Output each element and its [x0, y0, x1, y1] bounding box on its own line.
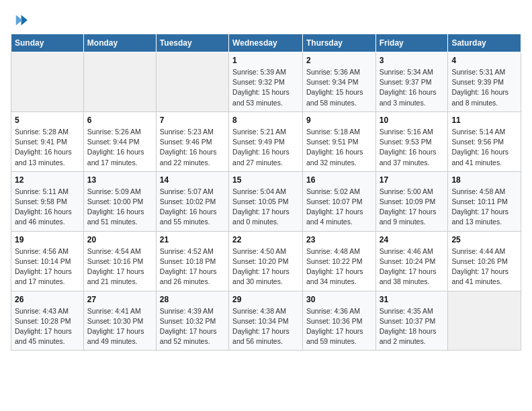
day-number: 17	[380, 175, 445, 185]
day-number: 15	[232, 175, 299, 185]
calendar-cell	[156, 52, 228, 112]
calendar-cell: 23Sunrise: 4:48 AM Sunset: 10:22 PM Dayl…	[302, 231, 375, 291]
day-info: Sunrise: 5:28 AM Sunset: 9:41 PM Dayligh…	[15, 127, 80, 168]
day-number: 11	[451, 116, 517, 125]
calendar-cell: 20Sunrise: 4:54 AM Sunset: 10:16 PM Dayl…	[83, 231, 156, 291]
calendar-cell: 26Sunrise: 4:43 AM Sunset: 10:28 PM Dayl…	[11, 291, 84, 351]
day-info: Sunrise: 5:31 AM Sunset: 9:39 PM Dayligh…	[451, 67, 517, 108]
calendar-cell: 21Sunrise: 4:52 AM Sunset: 10:18 PM Dayl…	[156, 231, 228, 291]
calendar-week-row: 1Sunrise: 5:39 AM Sunset: 9:32 PM Daylig…	[11, 52, 521, 112]
calendar-cell: 13Sunrise: 5:09 AM Sunset: 10:00 PM Dayl…	[83, 171, 156, 231]
day-info: Sunrise: 4:43 AM Sunset: 10:28 PM Daylig…	[15, 306, 80, 347]
day-number: 13	[87, 175, 152, 185]
day-info: Sunrise: 5:02 AM Sunset: 10:07 PM Daylig…	[306, 187, 372, 228]
day-info: Sunrise: 5:26 AM Sunset: 9:44 PM Dayligh…	[87, 127, 152, 168]
calendar-cell: 22Sunrise: 4:50 AM Sunset: 10:20 PM Dayl…	[229, 231, 303, 291]
logo-icon	[11, 11, 30, 30]
day-number: 14	[160, 175, 225, 185]
day-info: Sunrise: 5:39 AM Sunset: 9:32 PM Dayligh…	[232, 67, 299, 108]
day-number: 18	[451, 175, 517, 185]
calendar-cell: 10Sunrise: 5:16 AM Sunset: 9:53 PM Dayli…	[375, 111, 448, 171]
day-number: 9	[306, 116, 372, 125]
day-number: 12	[15, 175, 80, 185]
day-info: Sunrise: 5:04 AM Sunset: 10:05 PM Daylig…	[232, 187, 299, 228]
calendar-header-row: SundayMondayTuesdayWednesdayThursdayFrid…	[11, 34, 521, 52]
calendar-cell: 2Sunrise: 5:36 AM Sunset: 9:34 PM Daylig…	[302, 52, 375, 112]
calendar-cell: 24Sunrise: 4:46 AM Sunset: 10:24 PM Dayl…	[375, 231, 448, 291]
calendar-cell	[11, 52, 84, 112]
day-number: 2	[306, 56, 372, 65]
day-info: Sunrise: 4:52 AM Sunset: 10:18 PM Daylig…	[160, 246, 225, 287]
calendar-cell: 15Sunrise: 5:04 AM Sunset: 10:05 PM Dayl…	[229, 171, 303, 231]
day-number: 26	[15, 295, 80, 304]
header	[11, 11, 521, 30]
day-info: Sunrise: 5:00 AM Sunset: 10:09 PM Daylig…	[380, 187, 445, 228]
calendar-cell: 12Sunrise: 5:11 AM Sunset: 9:58 PM Dayli…	[11, 171, 84, 231]
day-number: 30	[306, 295, 372, 304]
day-info: Sunrise: 4:44 AM Sunset: 10:26 PM Daylig…	[451, 246, 517, 287]
day-info: Sunrise: 4:46 AM Sunset: 10:24 PM Daylig…	[380, 246, 445, 287]
day-number: 27	[87, 295, 152, 304]
calendar-cell: 31Sunrise: 4:35 AM Sunset: 10:37 PM Dayl…	[375, 291, 448, 351]
calendar-cell	[83, 52, 156, 112]
calendar-cell: 6Sunrise: 5:26 AM Sunset: 9:44 PM Daylig…	[83, 111, 156, 171]
day-number: 5	[15, 116, 80, 125]
day-info: Sunrise: 5:36 AM Sunset: 9:34 PM Dayligh…	[306, 67, 372, 108]
calendar-cell: 18Sunrise: 4:58 AM Sunset: 10:11 PM Dayl…	[448, 171, 521, 231]
day-info: Sunrise: 5:23 AM Sunset: 9:46 PM Dayligh…	[160, 127, 225, 168]
weekday-header: Monday	[83, 34, 156, 52]
day-number: 25	[451, 235, 517, 244]
day-number: 24	[380, 235, 445, 244]
calendar-cell: 17Sunrise: 5:00 AM Sunset: 10:09 PM Dayl…	[375, 171, 448, 231]
calendar-cell: 4Sunrise: 5:31 AM Sunset: 9:39 PM Daylig…	[448, 52, 521, 112]
calendar-week-row: 19Sunrise: 4:56 AM Sunset: 10:14 PM Dayl…	[11, 231, 521, 291]
day-info: Sunrise: 4:56 AM Sunset: 10:14 PM Daylig…	[15, 246, 80, 287]
calendar-cell: 9Sunrise: 5:18 AM Sunset: 9:51 PM Daylig…	[302, 111, 375, 171]
day-info: Sunrise: 5:07 AM Sunset: 10:02 PM Daylig…	[160, 187, 225, 228]
day-info: Sunrise: 5:16 AM Sunset: 9:53 PM Dayligh…	[380, 127, 445, 168]
day-number: 21	[160, 235, 225, 244]
day-number: 16	[306, 175, 372, 185]
day-info: Sunrise: 4:54 AM Sunset: 10:16 PM Daylig…	[87, 246, 152, 287]
calendar-table: SundayMondayTuesdayWednesdayThursdayFrid…	[11, 34, 521, 351]
calendar-cell: 25Sunrise: 4:44 AM Sunset: 10:26 PM Dayl…	[448, 231, 521, 291]
day-number: 23	[306, 235, 372, 244]
weekday-header: Sunday	[11, 34, 84, 52]
calendar-cell: 28Sunrise: 4:39 AM Sunset: 10:32 PM Dayl…	[156, 291, 228, 351]
day-number: 29	[232, 295, 299, 304]
day-number: 6	[87, 116, 152, 125]
calendar-week-row: 26Sunrise: 4:43 AM Sunset: 10:28 PM Dayl…	[11, 291, 521, 351]
day-number: 19	[15, 235, 80, 244]
calendar-week-row: 12Sunrise: 5:11 AM Sunset: 9:58 PM Dayli…	[11, 171, 521, 231]
day-number: 10	[380, 116, 445, 125]
day-info: Sunrise: 5:11 AM Sunset: 9:58 PM Dayligh…	[15, 187, 80, 228]
day-info: Sunrise: 4:48 AM Sunset: 10:22 PM Daylig…	[306, 246, 372, 287]
calendar-week-row: 5Sunrise: 5:28 AM Sunset: 9:41 PM Daylig…	[11, 111, 521, 171]
day-info: Sunrise: 5:09 AM Sunset: 10:00 PM Daylig…	[87, 187, 152, 228]
weekday-header: Tuesday	[156, 34, 228, 52]
day-number: 22	[232, 235, 299, 244]
day-number: 28	[160, 295, 225, 304]
day-number: 1	[232, 56, 299, 65]
day-info: Sunrise: 4:39 AM Sunset: 10:32 PM Daylig…	[160, 306, 225, 347]
calendar-cell: 19Sunrise: 4:56 AM Sunset: 10:14 PM Dayl…	[11, 231, 84, 291]
day-number: 4	[451, 56, 517, 65]
weekday-header: Wednesday	[229, 34, 303, 52]
calendar-cell: 7Sunrise: 5:23 AM Sunset: 9:46 PM Daylig…	[156, 111, 228, 171]
weekday-header: Thursday	[302, 34, 375, 52]
calendar-cell: 27Sunrise: 4:41 AM Sunset: 10:30 PM Dayl…	[83, 291, 156, 351]
day-info: Sunrise: 5:18 AM Sunset: 9:51 PM Dayligh…	[306, 127, 372, 168]
day-number: 3	[380, 56, 445, 65]
day-number: 20	[87, 235, 152, 244]
day-number: 8	[232, 116, 299, 125]
day-number: 31	[380, 295, 445, 304]
calendar-cell: 5Sunrise: 5:28 AM Sunset: 9:41 PM Daylig…	[11, 111, 84, 171]
calendar-cell: 16Sunrise: 5:02 AM Sunset: 10:07 PM Dayl…	[302, 171, 375, 231]
day-info: Sunrise: 4:38 AM Sunset: 10:34 PM Daylig…	[232, 306, 299, 347]
calendar-cell: 30Sunrise: 4:36 AM Sunset: 10:36 PM Dayl…	[302, 291, 375, 351]
day-info: Sunrise: 5:14 AM Sunset: 9:56 PM Dayligh…	[451, 127, 517, 168]
logo	[11, 11, 32, 30]
calendar-cell	[448, 291, 521, 351]
day-info: Sunrise: 5:34 AM Sunset: 9:37 PM Dayligh…	[380, 67, 445, 108]
day-info: Sunrise: 4:50 AM Sunset: 10:20 PM Daylig…	[232, 246, 299, 287]
